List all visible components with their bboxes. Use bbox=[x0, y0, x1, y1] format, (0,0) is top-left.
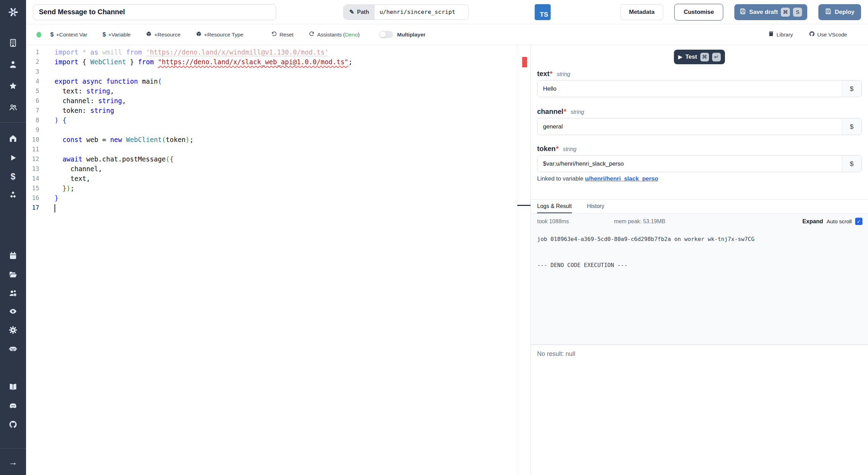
sidebar: $ bbox=[0, 0, 26, 475]
github-icon[interactable] bbox=[9, 420, 18, 429]
enter-key-badge: ↵ bbox=[712, 53, 721, 61]
run-duration: took 1088ms bbox=[537, 218, 569, 225]
result-tabs: Logs & Result History bbox=[531, 200, 868, 214]
multiplayer-label: Multiplayer bbox=[397, 32, 426, 38]
run-stats-bar: took 1088ms mem peak: 53.19MB Expand Aut… bbox=[531, 214, 868, 229]
script-title-input[interactable] bbox=[33, 4, 276, 20]
favorites-star-icon[interactable] bbox=[9, 81, 18, 90]
field-label-text: text* string bbox=[537, 70, 862, 78]
field-label-channel: channel* string bbox=[537, 108, 862, 116]
resources-boxes-icon[interactable] bbox=[9, 191, 18, 200]
field-label-token: token* string bbox=[537, 145, 862, 153]
deploy-button[interactable]: Deploy bbox=[818, 4, 861, 20]
audit-eye-icon[interactable] bbox=[9, 307, 18, 316]
cube-icon bbox=[196, 31, 202, 38]
ai-robot-icon[interactable] bbox=[9, 344, 18, 353]
top-header: ✎ Path TS Metadata Customise Save draft … bbox=[26, 0, 868, 24]
user-icon[interactable] bbox=[9, 60, 18, 69]
linked-variable-link[interactable]: u/henri/henri_slack_perso bbox=[585, 175, 658, 182]
log-area[interactable]: job 018963e4-a369-5cd0-80a9-c6d298b7fb2a… bbox=[531, 229, 868, 345]
path-value-input[interactable] bbox=[375, 5, 468, 19]
save-draft-button[interactable]: Save draft ⌘ S bbox=[734, 4, 807, 20]
expand-button[interactable]: Expand bbox=[802, 218, 823, 225]
save-icon bbox=[740, 8, 746, 16]
error-overview-marker bbox=[522, 57, 527, 67]
cmd-key-badge: ⌘ bbox=[700, 53, 709, 61]
add-resource-button[interactable]: +Resource bbox=[146, 31, 180, 38]
undo-icon bbox=[271, 31, 277, 38]
add-resource-type-button[interactable]: +Resource Type bbox=[196, 31, 243, 38]
token-field-wrap: $ bbox=[537, 155, 862, 172]
code-lines: 1import * as wmill from 'https://deno.la… bbox=[26, 47, 531, 212]
path-group[interactable]: ✎ Path bbox=[343, 5, 469, 20]
home-icon[interactable] bbox=[9, 134, 18, 143]
use-vscode-button[interactable]: Use VScode bbox=[809, 31, 847, 38]
channel-field-wrap: $ bbox=[537, 118, 862, 135]
assistants-lang: Deno bbox=[345, 32, 358, 38]
dollar-icon: $ bbox=[50, 31, 53, 38]
autoscroll-label: Auto scroll bbox=[827, 218, 852, 225]
text-field-wrap: $ bbox=[537, 80, 862, 97]
schedules-calendar-icon[interactable] bbox=[9, 251, 18, 260]
multiplayer-toggle[interactable] bbox=[379, 31, 393, 38]
test-args-section: ▶ Test ⌘ ↵ text* string $ bbox=[531, 45, 868, 200]
linked-variable-line: Linked to variable u/henri/henri_slack_p… bbox=[537, 175, 862, 182]
text-field-input[interactable] bbox=[537, 81, 842, 97]
channel-field-input[interactable] bbox=[537, 118, 842, 135]
pencil-icon: ✎ bbox=[349, 8, 354, 16]
code-editor[interactable]: 1import * as wmill from 'https://deno.la… bbox=[26, 45, 531, 475]
customise-button[interactable]: Customise bbox=[674, 4, 723, 20]
editor-right-edge bbox=[517, 45, 517, 475]
windmill-logo-icon[interactable] bbox=[0, 0, 26, 24]
check-icon: ✓ bbox=[857, 219, 861, 224]
splitter-handle[interactable] bbox=[517, 205, 531, 206]
groups-icon[interactable] bbox=[9, 103, 18, 112]
save-icon bbox=[825, 8, 832, 16]
insert-variable-button[interactable]: $ bbox=[842, 118, 861, 135]
windmill-script-editor: $ bbox=[0, 0, 868, 475]
metadata-button[interactable]: Metadata bbox=[620, 4, 663, 20]
result-text: No result: null bbox=[537, 350, 575, 357]
folders-icon[interactable] bbox=[9, 270, 18, 279]
reset-button[interactable]: Reset bbox=[271, 31, 294, 38]
typescript-badge: TS bbox=[535, 4, 551, 20]
test-run-button[interactable]: ▶ Test ⌘ ↵ bbox=[674, 50, 725, 64]
add-context-var-button[interactable]: $ +Context Var bbox=[50, 31, 87, 38]
add-variable-button[interactable]: $ +Variable bbox=[102, 31, 131, 38]
autoscroll-checkbox[interactable]: ✓ bbox=[855, 218, 862, 225]
log-output: job 018963e4-a369-5cd0-80a9-c6d298b7fb2a… bbox=[537, 235, 862, 269]
dollar-icon: $ bbox=[102, 31, 106, 38]
insert-variable-button[interactable]: $ bbox=[842, 156, 861, 172]
connection-status-dot bbox=[36, 32, 41, 38]
assistants-button[interactable]: Assistants (Deno) bbox=[309, 31, 359, 38]
library-button[interactable]: Library bbox=[768, 31, 793, 38]
editor-toolbar: $ +Context Var $ +Variable +Resource +Re… bbox=[26, 24, 868, 45]
preview-panel: ▶ Test ⌘ ↵ text* string $ bbox=[531, 45, 868, 475]
path-label[interactable]: ✎ Path bbox=[344, 5, 375, 19]
groups-admin-icon[interactable] bbox=[9, 289, 18, 298]
book-icon bbox=[768, 31, 774, 38]
workspace-building-icon[interactable] bbox=[9, 38, 18, 47]
token-field-input[interactable] bbox=[537, 156, 842, 172]
insert-variable-button[interactable]: $ bbox=[842, 81, 861, 97]
tab-logs-result[interactable]: Logs & Result bbox=[537, 200, 572, 213]
tab-history[interactable]: History bbox=[587, 200, 604, 213]
variables-dollar-icon[interactable]: $ bbox=[9, 172, 18, 181]
runs-play-icon[interactable] bbox=[9, 153, 18, 162]
docs-book-icon[interactable] bbox=[9, 382, 18, 391]
collapse-arrow-icon[interactable]: → bbox=[9, 458, 18, 467]
play-icon: ▶ bbox=[678, 54, 682, 60]
discord-icon[interactable] bbox=[9, 401, 18, 410]
s-key-badge: S bbox=[793, 8, 802, 17]
cube-icon bbox=[146, 31, 152, 38]
cmd-key-badge: ⌘ bbox=[781, 8, 790, 17]
mem-peak: mem peak: 53.19MB bbox=[614, 218, 666, 225]
result-area: No result: null bbox=[531, 345, 868, 475]
github-icon bbox=[809, 31, 815, 38]
settings-gear-icon[interactable] bbox=[9, 325, 18, 334]
refresh-icon bbox=[309, 31, 315, 38]
